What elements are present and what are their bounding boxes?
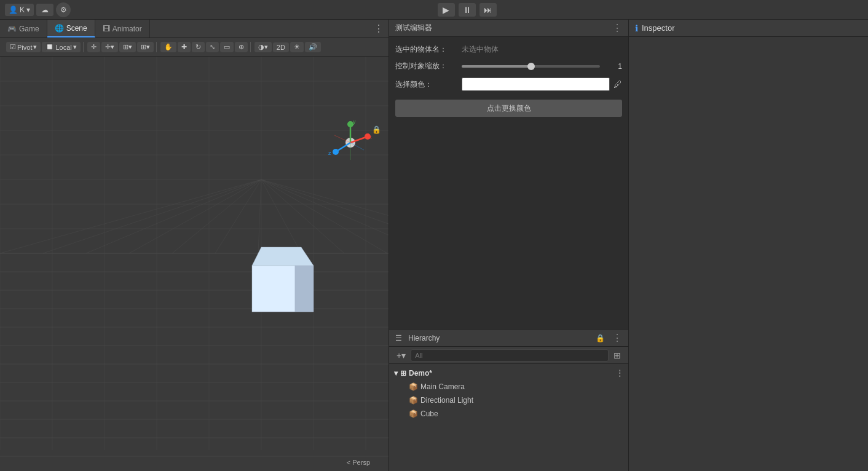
- scale-row: 控制对象缩放： 1: [395, 61, 622, 71]
- svg-rect-47: [252, 266, 295, 312]
- scene-name: Demo*: [409, 369, 432, 378]
- universal-tool[interactable]: ⊕: [235, 42, 248, 52]
- add-dropdown-icon: ▾: [401, 350, 406, 360]
- rotate-tool[interactable]: ↻: [192, 42, 205, 52]
- svg-marker-48: [295, 266, 314, 312]
- editor-panel-header: 测试编辑器 ⋮: [389, 20, 628, 37]
- tab-scene[interactable]: 🌐 Scene: [47, 20, 95, 38]
- view-tools-group: ✋ ✚ ↻ ⤡ ▭ ⊕: [158, 42, 251, 52]
- svg-marker-46: [252, 247, 314, 266]
- hierarchy-more-icon[interactable]: ⋮: [612, 332, 622, 344]
- color-label: 选择颜色：: [395, 79, 457, 90]
- pivot-checkbox-icon: ☑: [10, 43, 16, 51]
- user-avatar-icon: 👤: [9, 6, 18, 14]
- animator-tab-label: Animator: [112, 25, 142, 33]
- top-bar: 👤 K ▾ ☁ ⚙ ▶ ⏸ ⏭: [0, 0, 868, 20]
- scene-icon: ⊞: [400, 369, 406, 378]
- hierarchy-scene-root[interactable]: ▾ ⊞ Demo* ⋮: [389, 366, 628, 380]
- play-button[interactable]: ▶: [438, 3, 455, 17]
- game-tab-label: Game: [19, 25, 39, 33]
- tab-game[interactable]: 🎮 Game: [0, 20, 47, 38]
- svg-text:x: x: [369, 134, 372, 140]
- hierarchy-panel: ☰ Hierarchy 🔒 ⋮ + ▾ ⊞ ▾: [389, 330, 628, 471]
- scale-label: 控制对象缩放：: [395, 61, 457, 71]
- color-row: 选择颜色： 🖊: [395, 77, 622, 91]
- scene-more-icon[interactable]: ⋮: [616, 369, 623, 378]
- hierarchy-search[interactable]: [411, 349, 609, 362]
- scale-slider-thumb[interactable]: [527, 63, 535, 70]
- color-input-row: 🖊: [462, 77, 622, 91]
- hierarchy-item-directional-light[interactable]: 📦 Directional Light: [389, 394, 628, 407]
- settings-button[interactable]: ⚙: [56, 2, 71, 17]
- move-tool-button[interactable]: ✛: [87, 42, 100, 52]
- hierarchy-icon: ☰: [395, 334, 402, 342]
- hierarchy-lock-icon[interactable]: 🔒: [596, 334, 605, 342]
- scale-slider-track[interactable]: [462, 65, 600, 68]
- grid-tool-button[interactable]: ⊞▾: [137, 42, 154, 52]
- shading-dropdown[interactable]: ◑▾: [254, 42, 272, 52]
- left-main: 🎮 Game 🌐 Scene 🎞 Animator ⋮ ☑: [0, 20, 389, 471]
- hand-tool[interactable]: ✋: [160, 42, 176, 52]
- rect-transform-tool[interactable]: ▭: [220, 42, 234, 52]
- inspector-header: ℹ Inspector: [629, 20, 868, 37]
- local-label: Local: [55, 44, 71, 51]
- color-swatch[interactable]: [462, 77, 610, 91]
- pivot-button[interactable]: ☑ Pivot ▾: [6, 42, 41, 52]
- game-tab-icon: 🎮: [7, 25, 17, 33]
- cloud-button[interactable]: ☁: [36, 4, 53, 16]
- editor-panel: 测试编辑器 ⋮ 选中的物体名： 未选中物体 控制对象缩放：: [389, 20, 628, 330]
- scale-value: 1: [604, 62, 622, 71]
- editor-panel-title: 测试编辑器: [395, 23, 609, 33]
- move-tool[interactable]: ✚: [178, 42, 191, 52]
- svg-text:y: y: [353, 119, 356, 125]
- inspector-icon: ℹ: [635, 23, 638, 33]
- 3d-cube: [243, 235, 323, 315]
- scene-gizmo[interactable]: y x z: [326, 118, 375, 167]
- step-button[interactable]: ⏭: [479, 3, 497, 17]
- hierarchy-item-main-camera[interactable]: 📦 Main Camera: [389, 380, 628, 394]
- change-color-button[interactable]: 点击更换颜色: [395, 100, 622, 117]
- panels-layout: 🎮 Game 🌐 Scene 🎞 Animator ⋮ ☑: [0, 20, 868, 471]
- move-tool-dropdown[interactable]: ✛▾: [101, 42, 118, 52]
- tab-row: 🎮 Game 🌐 Scene 🎞 Animator ⋮: [0, 20, 389, 38]
- tabs-more-button[interactable]: ⋮: [369, 20, 389, 38]
- hierarchy-toolbar: + ▾ ⊞: [389, 347, 628, 364]
- light-icon: 📦: [409, 396, 418, 405]
- 2d-toggle[interactable]: 2D: [273, 42, 289, 52]
- audio-toggle[interactable]: 🔊: [305, 42, 321, 52]
- viewport-lock-icon[interactable]: 🔒: [372, 125, 381, 134]
- hierarchy-add-button[interactable]: + ▾: [394, 349, 408, 362]
- hierarchy-item-cube[interactable]: 📦 Cube: [389, 407, 628, 421]
- local-icon: 🔲: [45, 43, 54, 51]
- hierarchy-content: ▾ ⊞ Demo* ⋮ 📦 Main Camera 📦 Directional …: [389, 364, 628, 471]
- user-button[interactable]: 👤 K ▾: [5, 4, 34, 16]
- hierarchy-filter-button[interactable]: ⊞: [611, 349, 623, 362]
- scale-slider-container: 1: [462, 62, 622, 71]
- svg-line-14: [43, 180, 261, 253]
- scale-tool[interactable]: ⤡: [206, 42, 219, 52]
- hierarchy-title: Hierarchy: [408, 334, 592, 342]
- user-label: K: [20, 6, 25, 14]
- app-layout: 👤 K ▾ ☁ ⚙ ▶ ⏸ ⏭ 🎮 Game 🌐: [0, 0, 868, 471]
- inspector-panel: ℹ Inspector: [628, 20, 868, 471]
- scene-viewport[interactable]: y x z 🔒 < Persp: [0, 57, 389, 471]
- tab-animator[interactable]: 🎞 Animator: [95, 20, 150, 38]
- eyedropper-button[interactable]: 🖊: [614, 79, 622, 89]
- editor-panel-more[interactable]: ⋮: [612, 22, 622, 34]
- local-button[interactable]: 🔲 Local ▾: [42, 42, 80, 52]
- camera-label: Main Camera: [420, 382, 465, 391]
- svg-line-15: [86, 180, 261, 253]
- selected-label: 选中的物体名：: [395, 44, 457, 55]
- editor-content: 选中的物体名： 未选中物体 控制对象缩放： 1: [389, 37, 628, 329]
- camera-icon: 📦: [409, 382, 418, 391]
- svg-text:z: z: [328, 150, 331, 156]
- lighting-toggle[interactable]: ☀: [290, 42, 304, 52]
- local-dropdown-icon: ▾: [73, 43, 77, 51]
- hierarchy-header: ☰ Hierarchy 🔒 ⋮: [389, 330, 628, 347]
- selected-object-row: 选中的物体名： 未选中物体: [395, 44, 622, 55]
- pivot-dropdown-icon: ▾: [33, 43, 37, 51]
- animator-tab-icon: 🎞: [103, 25, 110, 33]
- rect-tool-button[interactable]: ⊞▾: [119, 42, 136, 52]
- pause-button[interactable]: ⏸: [459, 3, 476, 17]
- pivot-label: Pivot: [17, 44, 32, 51]
